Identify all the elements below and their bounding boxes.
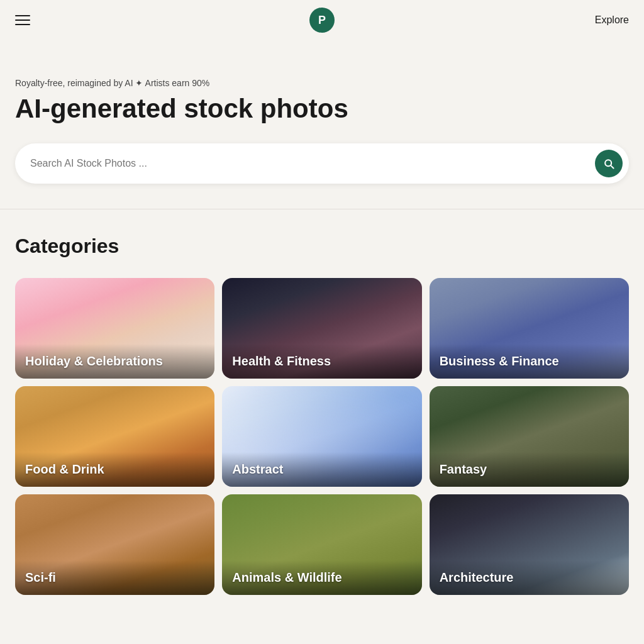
category-card-food[interactable]: Food & Drink: [15, 386, 214, 487]
search-icon: [602, 157, 615, 170]
categories-section: Categories Holiday & CelebrationsHealth …: [0, 209, 644, 610]
search-input[interactable]: [30, 158, 595, 169]
category-overlay-holiday: Holiday & Celebrations: [15, 344, 214, 379]
category-label-fantasy: Fantasy: [440, 462, 487, 476]
category-label-scifi: Sci-fi: [25, 570, 56, 584]
category-label-architecture: Architecture: [440, 570, 514, 584]
explore-link[interactable]: Explore: [595, 14, 629, 26]
hero-subtitle: Royalty-free, reimagined by AI ✦ Artists…: [15, 78, 629, 88]
hero-title: AI-generated stock photos: [15, 94, 629, 123]
category-label-business: Business & Finance: [440, 354, 559, 368]
category-card-architecture[interactable]: Architecture: [430, 494, 629, 595]
category-overlay-health: Health & Fitness: [222, 344, 421, 379]
category-overlay-fantasy: Fantasy: [430, 452, 629, 487]
category-card-scifi[interactable]: Sci-fi: [15, 494, 214, 595]
category-card-holiday[interactable]: Holiday & Celebrations: [15, 278, 214, 379]
categories-grid: Holiday & CelebrationsHealth & FitnessBu…: [15, 278, 629, 595]
logo-text: P: [318, 14, 326, 27]
category-card-abstract[interactable]: Abstract: [222, 386, 421, 487]
category-overlay-animals: Animals & Wildlife: [222, 560, 421, 595]
category-label-abstract: Abstract: [232, 462, 283, 476]
search-button[interactable]: [595, 150, 623, 177]
category-label-food: Food & Drink: [25, 462, 104, 476]
category-overlay-business: Business & Finance: [430, 344, 629, 379]
category-overlay-food: Food & Drink: [15, 452, 214, 487]
category-overlay-scifi: Sci-fi: [15, 560, 214, 595]
category-label-health: Health & Fitness: [232, 354, 331, 368]
search-bar: [15, 143, 629, 184]
category-card-fantasy[interactable]: Fantasy: [430, 386, 629, 487]
header: P Explore: [0, 0, 644, 40]
category-overlay-architecture: Architecture: [430, 560, 629, 595]
category-card-business[interactable]: Business & Finance: [430, 278, 629, 379]
category-label-holiday: Holiday & Celebrations: [25, 354, 163, 368]
category-card-animals[interactable]: Animals & Wildlife: [222, 494, 421, 595]
logo[interactable]: P: [309, 8, 335, 33]
category-card-health[interactable]: Health & Fitness: [222, 278, 421, 379]
menu-icon[interactable]: [15, 10, 35, 30]
category-overlay-abstract: Abstract: [222, 452, 421, 487]
categories-title: Categories: [15, 235, 629, 258]
category-label-animals: Animals & Wildlife: [232, 570, 341, 584]
hero-section: Royalty-free, reimagined by AI ✦ Artists…: [0, 40, 644, 209]
